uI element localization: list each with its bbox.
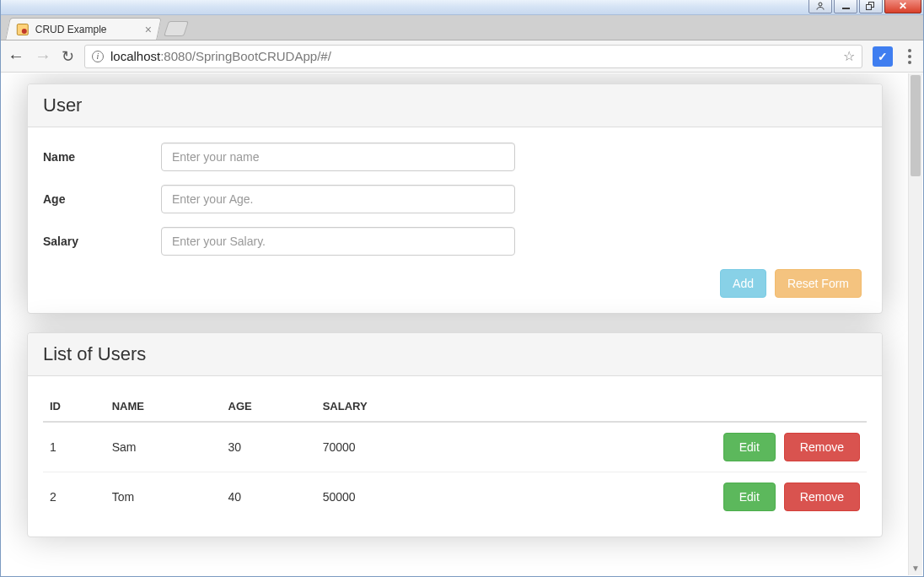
browser-menu-button[interactable] [903,49,916,64]
reload-button[interactable]: ↻ [62,47,74,66]
window-minimize-button[interactable] [834,0,857,13]
table-row: 2Tom4050000EditRemove [43,472,867,522]
panel-title: User [28,84,882,127]
remove-button[interactable]: Remove [784,433,860,461]
panel-title: List of Users [28,333,882,376]
col-salary: SALARY [316,391,464,422]
user-list-panel: List of Users ID NAME AGE SALARY [27,332,883,537]
url-path: :8080/SpringBootCRUDApp/#/ [160,49,331,63]
window-close-button[interactable]: ✕ [884,0,921,13]
forward-button[interactable]: → [35,46,51,66]
col-id: ID [43,391,105,422]
back-button[interactable]: ← [8,46,24,66]
favicon-icon [17,24,29,35]
col-age: AGE [222,391,316,422]
cell-age: 30 [222,422,316,472]
new-tab-button[interactable] [164,21,189,36]
browser-toolbar: ← → ↻ i localhost:8080/SpringBootCRUDApp… [1,40,923,73]
address-bar[interactable]: i localhost:8080/SpringBootCRUDApp/#/ ☆ [84,45,862,68]
add-button[interactable]: Add [720,269,766,298]
svg-point-0 [819,3,822,6]
col-name: NAME [105,391,222,422]
scrollbar-thumb[interactable] [911,75,921,176]
bookmark-star-icon[interactable]: ☆ [843,48,855,64]
name-label: Name [43,150,161,164]
browser-tabstrip: CRUD Example × [1,15,923,40]
cell-id: 1 [43,422,105,472]
window-titlebar: ✕ [1,0,923,15]
salary-label: Salary [43,235,161,248]
cell-salary: 70000 [316,422,464,472]
age-label: Age [43,192,161,206]
age-input[interactable] [161,185,515,213]
tab-title: CRUD Example [35,24,107,35]
cell-name: Tom [105,472,222,522]
tab-close-icon[interactable]: × [145,23,152,36]
extension-button[interactable]: ✓ [873,46,893,67]
vertical-scrollbar[interactable]: ▲ ▼ [908,73,922,575]
browser-tab[interactable]: CRUD Example × [5,18,162,40]
users-table: ID NAME AGE SALARY 1Sam3070000EditRemove… [43,391,867,521]
cell-name: Sam [105,422,222,472]
edit-button[interactable]: Edit [723,483,776,511]
cell-id: 2 [43,472,105,522]
site-info-icon[interactable]: i [92,51,104,62]
edit-button[interactable]: Edit [723,433,776,461]
salary-input[interactable] [161,227,515,256]
table-row: 1Sam3070000EditRemove [43,422,867,472]
reset-form-button[interactable]: Reset Form [775,269,862,298]
scroll-down-icon[interactable]: ▼ [909,561,922,575]
window-user-button[interactable] [808,0,832,13]
remove-button[interactable]: Remove [784,483,860,511]
url-host: localhost [110,49,160,63]
name-input[interactable] [161,143,515,171]
cell-age: 40 [222,472,316,522]
cell-salary: 50000 [316,472,464,522]
user-form-panel: User Name Age Salary Ad [27,84,883,314]
window-restore-button[interactable] [859,0,883,13]
